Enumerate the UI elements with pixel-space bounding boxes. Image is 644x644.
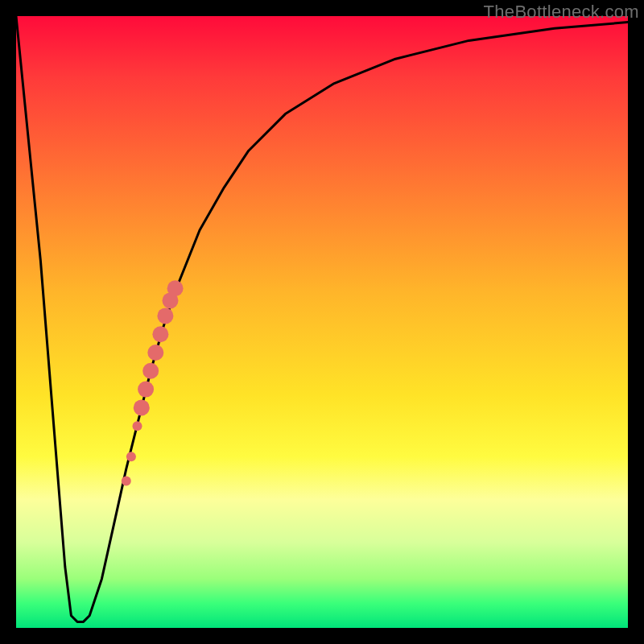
marker-point [147,345,163,361]
marker-point [157,308,173,324]
watermark-text: TheBottleneck.com [484,2,639,23]
marker-point [167,280,184,296]
marker-point [142,363,159,379]
marker-point [134,399,150,415]
marker-point [133,421,142,431]
plot-area [16,16,628,628]
chart-frame: TheBottleneck.com [0,0,644,644]
bottleneck-curve [16,16,628,621]
marker-point [138,382,154,398]
marker-point [126,452,136,461]
marker-point [122,477,131,486]
curve-layer [16,16,628,628]
marker-point [152,326,168,342]
